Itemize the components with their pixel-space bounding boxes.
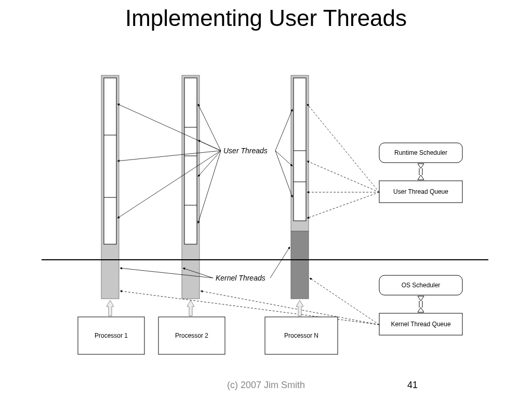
svg-text:Processor N: Processor N — [284, 332, 318, 339]
user-threads-label: User Threads — [223, 147, 268, 155]
up-arrow-icon-n — [296, 300, 303, 316]
svg-line-16 — [117, 151, 221, 218]
svg-line-18 — [198, 140, 221, 151]
svg-text:OS Scheduler: OS Scheduler — [402, 282, 441, 289]
svg-line-22 — [275, 151, 292, 166]
svg-line-20 — [198, 151, 221, 223]
svg-line-26 — [270, 247, 290, 278]
stack-column-n — [291, 75, 309, 299]
page-number: 41 — [407, 380, 418, 391]
svg-line-23 — [275, 151, 292, 197]
processor-2-box: Processor 2 — [158, 317, 225, 354]
processor-n-box: Processor N — [265, 317, 338, 354]
runtime-scheduler-box: Runtime Scheduler — [379, 143, 462, 163]
user-thread-queue-box: User Thread Queue — [379, 181, 462, 203]
svg-line-36 — [307, 192, 379, 218]
svg-text:Processor 1: Processor 1 — [95, 332, 128, 339]
processor-1-box: Processor 1 — [78, 317, 144, 354]
kernel-threads-label: Kernel Threads — [216, 274, 265, 282]
svg-rect-10 — [291, 231, 309, 299]
bi-arrow-icon-2 — [418, 296, 424, 312]
svg-text:Kernel Thread Queue: Kernel Thread Queue — [391, 321, 451, 328]
os-scheduler-box: OS Scheduler — [379, 275, 462, 295]
svg-text:Processor 2: Processor 2 — [175, 332, 208, 339]
svg-rect-11 — [294, 78, 306, 221]
svg-text:User Thread Queue: User Thread Queue — [393, 188, 448, 195]
svg-line-21 — [275, 109, 292, 151]
svg-text:Runtime Scheduler: Runtime Scheduler — [394, 149, 447, 156]
stack-column-1 — [101, 75, 119, 299]
svg-line-34 — [307, 161, 379, 192]
footer-copyright: (c) 2007 Jim Smith — [0, 380, 532, 391]
svg-line-17 — [198, 104, 221, 151]
bi-arrow-icon — [418, 164, 424, 180]
up-arrow-icon-2 — [187, 300, 194, 316]
stack-column-2 — [182, 75, 200, 299]
up-arrow-icon-1 — [107, 300, 114, 316]
svg-line-15 — [117, 151, 221, 161]
svg-line-33 — [307, 104, 379, 192]
svg-rect-1 — [104, 78, 116, 244]
svg-line-19 — [198, 151, 221, 177]
svg-rect-5 — [184, 78, 197, 244]
kernel-thread-queue-box: Kernel Thread Queue — [379, 313, 462, 335]
diagram-svg: User Threads Kernel Threads Runtime Sche… — [0, 0, 532, 399]
